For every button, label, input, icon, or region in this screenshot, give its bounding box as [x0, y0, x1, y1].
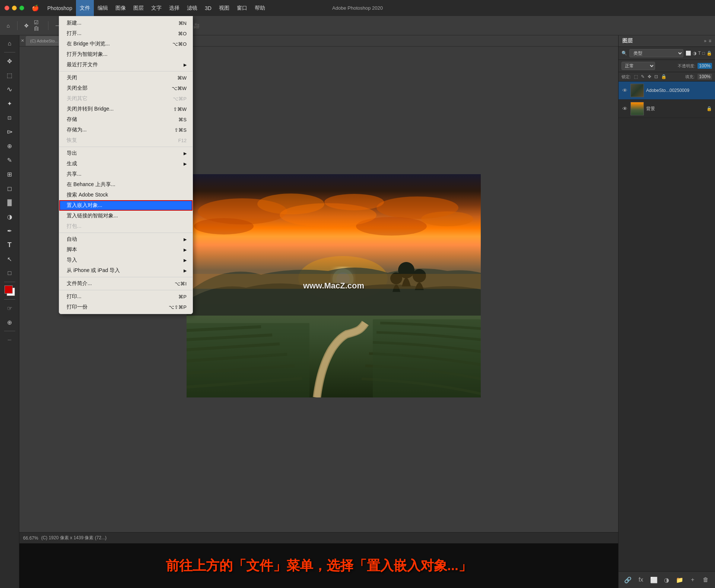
- lasso-tool[interactable]: ∿: [3, 83, 16, 96]
- home-tool[interactable]: ⌂: [3, 37, 16, 50]
- menu-view[interactable]: 视图: [215, 0, 233, 16]
- close-button[interactable]: [4, 6, 9, 10]
- menu-3d[interactable]: 3D: [201, 0, 215, 16]
- move-tool[interactable]: ✥: [3, 54, 16, 68]
- file-dropdown-menu[interactable]: 新建... ⌘N 打开... ⌘O 在 Bridge 中浏览... ⌥⌘O 打开…: [59, 16, 193, 314]
- path-select-tool[interactable]: ↖: [3, 252, 16, 266]
- more-tools[interactable]: ···: [3, 333, 16, 346]
- lock-paint-icon[interactable]: ✎: [641, 74, 645, 79]
- menu-select[interactable]: 选择: [165, 0, 183, 16]
- menu-file[interactable]: 文件: [76, 0, 94, 16]
- clone-tool[interactable]: ⊞: [3, 167, 16, 181]
- apple-menu[interactable]: 🍎: [27, 0, 44, 16]
- menu-close-all[interactable]: 关闭全部 ⌥⌘W: [59, 83, 193, 93]
- menu-browse-bridge[interactable]: 在 Bridge 中浏览... ⌥⌘O: [59, 39, 193, 49]
- maximize-button[interactable]: [19, 6, 24, 10]
- dodge-tool[interactable]: ◑: [3, 210, 16, 223]
- menu-generate[interactable]: 生成 ▶: [59, 159, 193, 169]
- eyedropper-tool[interactable]: ⌲: [3, 125, 16, 138]
- menu-save-as[interactable]: 存储为... ⇧⌘S: [59, 125, 193, 135]
- pixel-filter-icon[interactable]: ⬜: [686, 51, 691, 56]
- foreground-color[interactable]: [4, 285, 13, 294]
- layer-item[interactable]: 👁 AdobeSto...00250009: [619, 82, 715, 100]
- menu-bar: 🍎 Photoshop 文件 编辑 图像 图层 文字 选择 滤镜 3D 视图 窗…: [27, 0, 269, 16]
- menu-close-goto-bridge[interactable]: 关闭并转到 Bridge... ⇧⌘W: [59, 104, 193, 114]
- tab-close-btn[interactable]: ✕: [21, 38, 24, 43]
- adjustment-layer-btn[interactable]: ◑: [661, 575, 672, 585]
- menu-search-stock[interactable]: 搜索 Adobe Stock: [59, 190, 193, 200]
- layer-item[interactable]: 👁 背景 🔒: [619, 100, 715, 118]
- home-icon[interactable]: ⌂: [3, 20, 13, 31]
- filter-type-select[interactable]: 类型: [629, 49, 683, 57]
- pen-tool[interactable]: ✒: [3, 224, 16, 237]
- adjust-filter-icon[interactable]: ◑: [693, 51, 696, 56]
- smart-filter-icon[interactable]: 🔒: [706, 51, 712, 56]
- lock-all-icon[interactable]: 🔒: [661, 74, 667, 79]
- menu-open-smart[interactable]: 打开为智能对象...: [59, 49, 193, 60]
- menu-filter[interactable]: 滤镜: [183, 0, 201, 16]
- menu-import[interactable]: 导入 ▶: [59, 255, 193, 265]
- menu-photoshop[interactable]: Photoshop: [44, 0, 76, 16]
- link-layers-btn[interactable]: 🔗: [623, 575, 633, 585]
- shape-filter-icon[interactable]: □: [702, 51, 705, 56]
- menu-window[interactable]: 窗口: [233, 0, 251, 16]
- layer-visibility-eye[interactable]: 👁: [622, 106, 628, 112]
- brush-tool[interactable]: ✎: [3, 153, 16, 167]
- panel-menu-btn[interactable]: ≡: [709, 38, 711, 44]
- menu-scripts[interactable]: 脚本 ▶: [59, 245, 193, 255]
- menu-save[interactable]: 存储 ⌘S: [59, 114, 193, 125]
- menu-shortcut: ⌥⌘O: [172, 41, 187, 47]
- minimize-button[interactable]: [12, 6, 17, 10]
- menu-share-behance[interactable]: 在 Behance 上共享...: [59, 179, 193, 190]
- menu-image[interactable]: 图像: [112, 0, 130, 16]
- crop-tool[interactable]: ⊡: [3, 111, 16, 124]
- menu-share[interactable]: 共享...: [59, 169, 193, 179]
- lock-transparency-icon[interactable]: ⬚: [634, 74, 638, 79]
- menu-edit[interactable]: 编辑: [94, 0, 112, 16]
- text-filter-icon[interactable]: T: [698, 51, 700, 56]
- submenu-arrow: ▶: [184, 258, 187, 263]
- menu-place-embedded[interactable]: 置入嵌入对象...: [59, 200, 193, 211]
- panel-expand-btn[interactable]: »: [704, 38, 706, 44]
- move-tool-icon[interactable]: ✥: [21, 20, 32, 31]
- magic-wand-tool[interactable]: ✦: [3, 97, 16, 110]
- fill-value[interactable]: 100%: [697, 74, 712, 80]
- blend-mode-select[interactable]: 正常: [622, 62, 655, 70]
- color-swatch[interactable]: [4, 285, 15, 296]
- auto-checkbox[interactable]: ☑ 自: [34, 20, 44, 31]
- menu-open[interactable]: 打开... ⌘O: [59, 28, 193, 39]
- eraser-tool[interactable]: ◻: [3, 182, 16, 195]
- gradient-tool[interactable]: ▓: [3, 196, 16, 209]
- menu-import-iphone[interactable]: 从 iPhone 或 iPad 导入 ▶: [59, 265, 193, 276]
- menu-automate[interactable]: 自动 ▶: [59, 234, 193, 245]
- svg-rect-18: [187, 274, 481, 289]
- lt-divider2: [4, 282, 15, 282]
- layer-effects-btn[interactable]: fx: [636, 575, 646, 585]
- left-toolbar: ⌂ ✥ ⬚ ∿ ✦ ⊡ ⌲ ⊕ ✎ ⊞ ◻ ▓ ◑ ✒ T ↖ □ ☞ ⊕: [0, 35, 19, 588]
- menu-text[interactable]: 文字: [147, 0, 165, 16]
- menu-file-info[interactable]: 文件简介... ⌥⌘I: [59, 278, 193, 289]
- shape-tool[interactable]: □: [3, 266, 16, 280]
- new-layer-btn[interactable]: +: [687, 575, 698, 585]
- menu-export[interactable]: 导出 ▶: [59, 148, 193, 159]
- lock-move-icon[interactable]: ✥: [648, 74, 651, 79]
- layer-visibility-eye[interactable]: 👁: [622, 87, 628, 93]
- menu-layer[interactable]: 图层: [130, 0, 147, 16]
- add-mask-btn[interactable]: ⬜: [649, 575, 659, 585]
- menu-print[interactable]: 打印... ⌘P: [59, 291, 193, 302]
- opacity-value[interactable]: 100%: [697, 63, 712, 69]
- text-tool[interactable]: T: [3, 238, 16, 252]
- menu-print-one[interactable]: 打印一份 ⌥⇧⌘P: [59, 302, 193, 312]
- delete-layer-btn[interactable]: 🗑: [700, 575, 711, 585]
- menu-close[interactable]: 关闭 ⌘W: [59, 73, 193, 83]
- menu-recent[interactable]: 最近打开文件 ▶: [59, 60, 193, 70]
- lock-artboard-icon[interactable]: ⊡: [654, 74, 658, 79]
- new-group-btn[interactable]: 📁: [674, 575, 685, 585]
- menu-help[interactable]: 帮助: [251, 0, 269, 16]
- rect-select-tool[interactable]: ⬚: [3, 68, 16, 82]
- zoom-tool[interactable]: ⊕: [3, 316, 16, 329]
- heal-tool[interactable]: ⊕: [3, 139, 16, 153]
- hand-tool[interactable]: ☞: [3, 301, 16, 315]
- menu-place-linked[interactable]: 置入链接的智能对象...: [59, 211, 193, 221]
- menu-new[interactable]: 新建... ⌘N: [59, 18, 193, 28]
